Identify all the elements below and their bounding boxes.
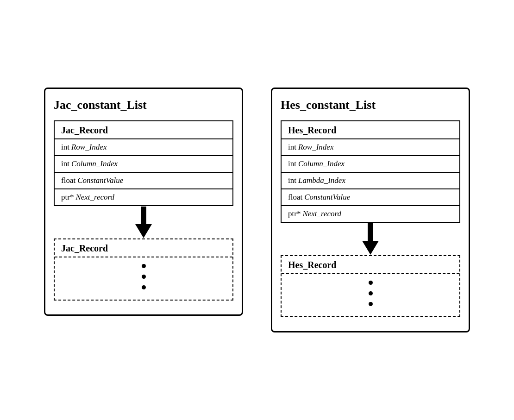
jac-record-name: Jac_Record [61,125,108,135]
hes-record-name: Hes_Record [288,125,336,135]
jac-arrow-head [135,224,152,238]
jac-arrow-stem [141,207,146,224]
jac-dot-2 [142,275,146,279]
hes-record-header: Hes_Record [282,121,459,139]
hes-record-card-2: Hes_Record [281,255,460,317]
main-container: Jac_constant_List Jac_Record int Row_Ind… [30,74,484,346]
jac-record-name-2: Jac_Record [61,243,108,253]
jac-arrow-wrapper [135,207,152,238]
jac-list-box: Jac_constant_List Jac_Record int Row_Ind… [44,88,243,316]
hes-dot-3 [369,302,373,306]
hes-dot-1 [369,281,373,285]
hes-arrow-wrapper [362,223,379,255]
jac-record-card: Jac_Record int Row_Index int Column_Inde… [54,120,233,206]
hes-record-card: Hes_Record int Row_Index int Column_Inde… [281,120,460,223]
hes-arrow-stem [368,223,373,241]
hes-field-next-record: ptr* Next_record [282,206,459,222]
jac-list-title: Jac_constant_List [54,98,147,112]
jac-dot-1 [142,264,146,268]
jac-field-next-record: ptr* Next_record [55,189,232,205]
hes-field-row-index: int Row_Index [282,139,459,156]
hes-arrow [281,223,460,255]
jac-field-row-index: int Row_Index [55,139,232,156]
hes-field-col-index: int Column_Index [282,156,459,173]
hes-list-box: Hes_constant_List Hes_Record int Row_Ind… [271,88,470,332]
jac-field-const-val: float ConstantValue [55,173,232,189]
jac-field-col-index: int Column_Index [55,156,232,173]
hes-field-lambda-index: int Lambda_Index [282,173,459,189]
hes-list-title: Hes_constant_List [281,98,376,112]
hes-dots-area [282,274,459,316]
hes-record-name-2: Hes_Record [288,260,336,270]
jac-arrow [54,206,233,238]
jac-dot-3 [142,285,146,289]
hes-field-const-val: float ConstantValue [282,189,459,206]
jac-dots-area [55,257,232,300]
hes-record-header-2: Hes_Record [282,256,459,274]
jac-record-header-2: Jac_Record [55,239,232,257]
jac-record-card-2: Jac_Record [54,238,233,301]
jac-record-header: Jac_Record [55,121,232,139]
hes-arrow-head [362,241,379,255]
hes-dot-2 [369,291,373,295]
